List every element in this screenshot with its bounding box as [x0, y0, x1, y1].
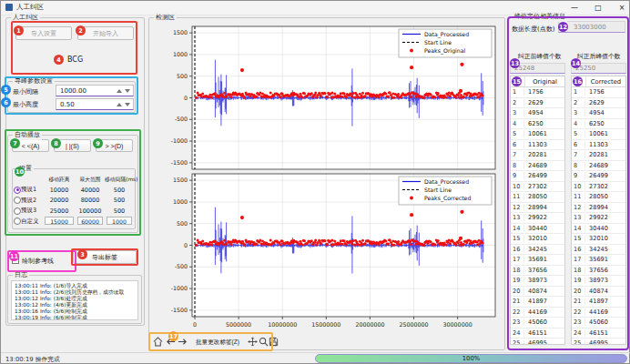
original-peaks-table[interactable]: Original11756226293495446250510061611303…	[510, 76, 565, 345]
table-row[interactable]: 1128050	[572, 192, 625, 203]
table-row[interactable]: 1735691	[511, 255, 564, 266]
peak-value: 20281	[585, 151, 625, 158]
table-row[interactable]: 1329922	[572, 213, 625, 224]
table-row[interactable]: 926499	[511, 171, 564, 182]
preset-radio[interactable]	[14, 207, 21, 215]
table-row[interactable]: 11756	[511, 87, 564, 98]
custom-value-input[interactable]: 15000	[45, 217, 74, 225]
preset-label: 预设1	[21, 186, 43, 194]
preset-label: 自定义	[21, 217, 43, 226]
peak-value: 38973	[585, 277, 625, 284]
min-interval-spinbox[interactable]: 1000.00	[56, 85, 134, 96]
table-row[interactable]: 2446151	[572, 329, 625, 339]
row-index: 20	[511, 288, 524, 295]
row-index: 19	[511, 277, 524, 284]
table-row[interactable]: 1634245	[511, 245, 564, 256]
row-index: 24	[511, 329, 524, 337]
peak-value: 46151	[585, 329, 625, 337]
table-row[interactable]: 1938973	[572, 276, 625, 287]
preset-radio[interactable]	[14, 217, 21, 225]
row-index: 20	[572, 288, 585, 295]
table-row[interactable]: 2345060	[572, 318, 625, 329]
spin-down-icon[interactable]	[125, 103, 130, 106]
table-row[interactable]: 1430440	[511, 224, 564, 235]
table-row[interactable]: 1735691	[572, 255, 625, 266]
pan-icon[interactable]	[248, 337, 258, 347]
table-row[interactable]: 1532010	[511, 234, 564, 245]
table-row[interactable]: 611303	[572, 140, 625, 151]
start-import-button[interactable]: 开始导入	[77, 26, 134, 40]
spin-up-icon[interactable]	[117, 103, 122, 106]
table-row[interactable]: 2446151	[511, 329, 564, 339]
chart-peaks-corrected[interactable]: Data_ProcessedStart LinePeaks_Corrected1…	[152, 170, 503, 330]
home-icon[interactable]	[153, 337, 163, 347]
preset-radio[interactable]	[14, 197, 21, 204]
peak-value: 28050	[585, 193, 625, 200]
table-row[interactable]: 2040874	[572, 287, 625, 298]
table-row[interactable]: 46250	[511, 119, 564, 130]
forward-icon[interactable]	[178, 337, 188, 347]
maximize-icon[interactable]: □	[590, 1, 606, 15]
table-row[interactable]: 1532010	[572, 234, 625, 245]
table-row[interactable]: 611303	[511, 140, 564, 151]
table-row[interactable]: 1027302	[511, 182, 564, 193]
table-row[interactable]: 11756	[572, 87, 625, 98]
table-row[interactable]: 1228994	[511, 203, 564, 214]
table-row[interactable]: 1634245	[572, 245, 625, 256]
preset-radio[interactable]	[14, 187, 21, 194]
table-row[interactable]: 720281	[511, 150, 564, 161]
table-row[interactable]: 2141897	[511, 297, 564, 308]
peak-value: 6250	[585, 120, 625, 127]
save-icon[interactable]	[269, 337, 279, 347]
row-index: 15	[511, 235, 524, 242]
custom-value-input[interactable]: 1000	[107, 217, 133, 225]
table-row[interactable]: 510061	[511, 129, 564, 140]
table-row[interactable]: 22629	[511, 98, 564, 109]
table-row[interactable]: 2546995	[511, 339, 564, 345]
table-row[interactable]: 2345060	[511, 318, 564, 329]
table-row[interactable]: 2546995	[572, 339, 625, 345]
before-count-label: 纠正前峰值个数	[518, 52, 562, 61]
signal-type-label: BCG	[67, 56, 83, 64]
batch-change-labels-button[interactable]: 批量更改标签(Z)	[190, 335, 245, 349]
table-row[interactable]: 1837656	[572, 266, 625, 277]
min-height-spinbox[interactable]: 0.50	[56, 98, 134, 110]
table-row[interactable]: 2244169	[572, 308, 625, 318]
spin-down-icon[interactable]	[125, 89, 130, 93]
row-index: 18	[572, 267, 585, 274]
close-icon[interactable]: ×	[614, 1, 630, 15]
svg-text:0: 0	[184, 242, 188, 248]
table-row[interactable]: 22629	[572, 98, 625, 109]
table-row[interactable]: 720281	[572, 150, 625, 161]
table-row[interactable]: 510061	[572, 129, 625, 140]
table-row[interactable]: 1837656	[511, 266, 564, 277]
custom-value-input[interactable]: 60000	[77, 217, 104, 225]
table-row[interactable]: 1128050	[511, 192, 564, 203]
log-viewport[interactable]: 13:00:11 Info: (1/6)导入完成13:00:11 Info: (…	[11, 280, 138, 320]
table-row[interactable]: 824689	[572, 161, 625, 172]
table-row[interactable]: 2244169	[511, 308, 564, 318]
svg-text:10000000: 10000000	[268, 321, 297, 328]
corrected-peaks-table[interactable]: Corrected1175622629349544625051006161130…	[571, 76, 626, 345]
minimize-icon[interactable]: —	[566, 1, 583, 15]
table-row[interactable]: 1228994	[572, 203, 625, 214]
svg-text:Start Line: Start Line	[424, 39, 452, 46]
table-row[interactable]: 34954	[572, 108, 625, 119]
table-row[interactable]: 2040874	[511, 287, 564, 298]
table-row[interactable]: 1027302	[572, 182, 625, 193]
table-row[interactable]: 34954	[511, 108, 564, 119]
svg-text:1000: 1000	[173, 51, 188, 57]
chart-peaks-original[interactable]: Data_ProcessedStart LinePeaks_Original15…	[152, 23, 503, 172]
table-row[interactable]: 1938973	[511, 276, 564, 287]
zoom-icon[interactable]	[259, 337, 269, 347]
table-header: Corrected	[586, 78, 625, 86]
import-settings-button[interactable]: 导入设置	[15, 26, 72, 40]
spin-up-icon[interactable]	[117, 89, 122, 93]
table-row[interactable]: 1430440	[572, 224, 625, 235]
table-row[interactable]: 926499	[572, 171, 625, 182]
table-row[interactable]: 46250	[572, 119, 625, 130]
table-row[interactable]: 2141897	[572, 297, 625, 308]
table-row[interactable]: 824689	[511, 161, 564, 172]
table-row[interactable]: 1329922	[511, 213, 564, 224]
after-count-label: 纠正后峰值个数	[577, 52, 621, 61]
